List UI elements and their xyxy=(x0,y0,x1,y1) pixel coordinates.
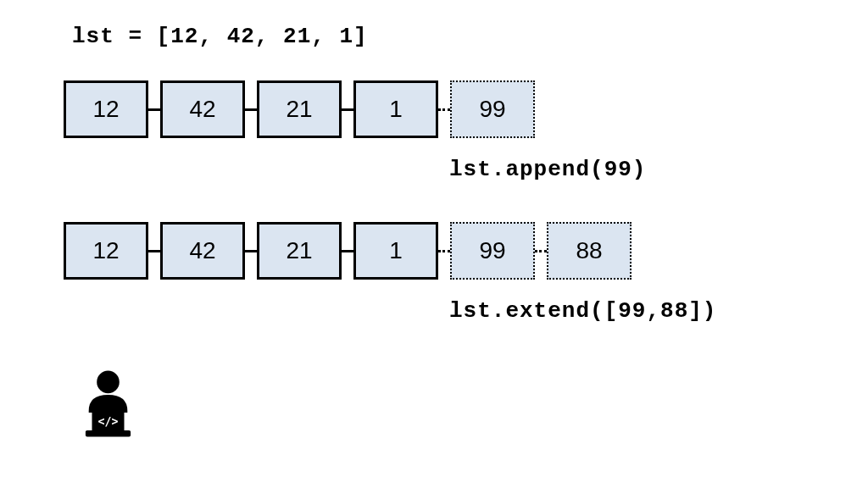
list-cell: 21 xyxy=(257,222,342,280)
connector-dotted xyxy=(438,108,450,111)
extend-label: lst.extend([99,88]) xyxy=(449,298,716,324)
list-cell: 21 xyxy=(257,80,342,138)
list-cell: 12 xyxy=(64,80,148,138)
connector-dotted xyxy=(535,250,547,252)
list-cell: 1 xyxy=(353,80,438,138)
svg-point-0 xyxy=(97,371,120,394)
extend-row: 12 42 21 1 99 88 xyxy=(64,222,632,280)
extended-cell: 99 xyxy=(450,222,535,280)
svg-text:</>: </> xyxy=(97,415,118,428)
extended-cell: 88 xyxy=(547,222,632,280)
connector xyxy=(245,250,257,252)
code-declaration: lst = [12, 42, 21, 1] xyxy=(72,24,368,49)
connector xyxy=(342,250,353,252)
list-cell: 42 xyxy=(160,80,245,138)
connector xyxy=(342,108,353,111)
developer-icon: </> xyxy=(68,364,148,449)
svg-rect-2 xyxy=(86,430,131,437)
list-cell: 1 xyxy=(353,222,438,280)
list-cell: 42 xyxy=(160,222,245,280)
appended-cell: 99 xyxy=(450,80,535,138)
append-label: lst.append(99) xyxy=(449,157,646,182)
connector xyxy=(148,108,160,111)
connector-dotted xyxy=(438,250,450,252)
append-row: 12 42 21 1 99 xyxy=(64,80,535,138)
list-cell: 12 xyxy=(64,222,148,280)
connector xyxy=(245,108,257,111)
connector xyxy=(148,250,160,252)
